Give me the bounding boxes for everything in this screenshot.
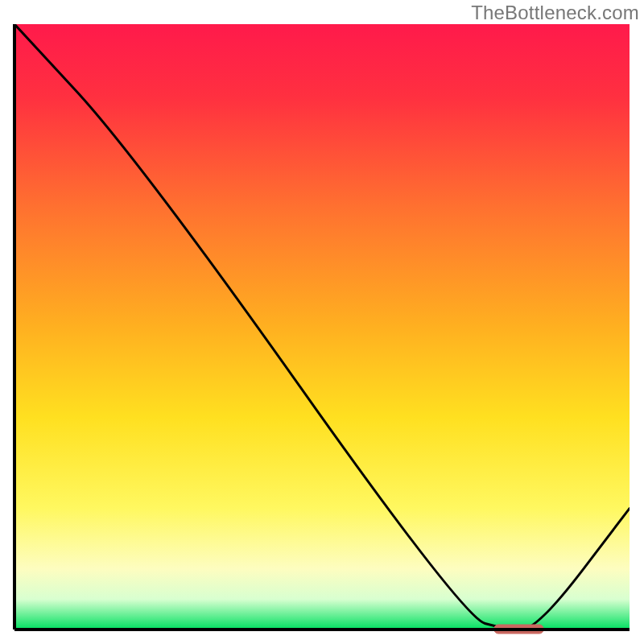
gradient-backdrop bbox=[14, 24, 630, 630]
watermark-text: TheBottleneck.com bbox=[471, 2, 639, 24]
bottleneck-chart bbox=[11, 24, 633, 636]
chart-container: TheBottleneck.com bbox=[0, 0, 644, 644]
